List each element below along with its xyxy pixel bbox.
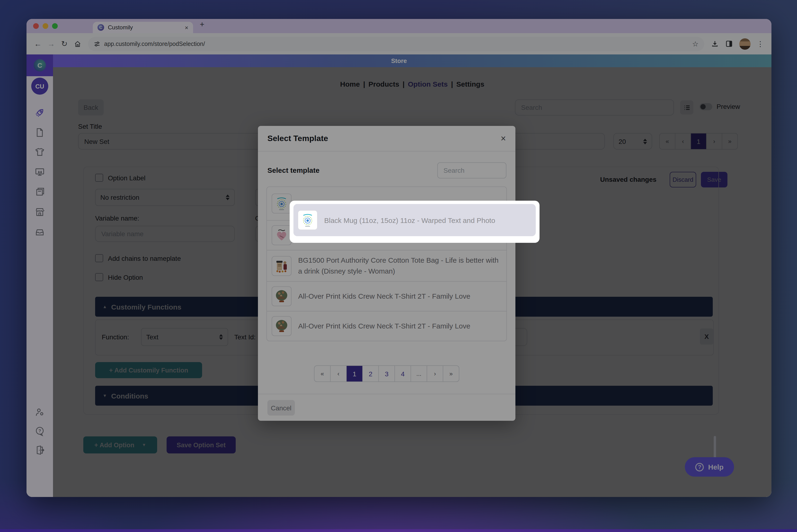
tab-strip: C Customily × +: [26, 19, 772, 33]
template-search-input[interactable]: [437, 162, 507, 178]
next-page-button[interactable]: ›: [426, 366, 443, 381]
tab-close-icon[interactable]: ×: [185, 24, 188, 31]
inbox-icon[interactable]: [35, 227, 45, 237]
design-monitor-icon[interactable]: [35, 167, 45, 177]
template-title: All-Over Print Kids Crew Neck T-Shirt 2T…: [298, 321, 470, 331]
file-icon[interactable]: [35, 127, 45, 138]
help-label: Help: [708, 463, 723, 471]
modal-title: Select Template: [267, 134, 501, 143]
page-viewport: Store C CU ? Home|Product: [26, 54, 772, 497]
site-settings-icon[interactable]: [94, 40, 100, 47]
scrollbar-thumb[interactable]: [714, 436, 716, 460]
minimize-window-button[interactable]: [43, 23, 48, 29]
template-thumbnail: [298, 210, 318, 230]
bookmark-star-icon[interactable]: ☆: [692, 39, 699, 48]
url-bar[interactable]: app.customily.com/store/podSelection/ ☆: [88, 37, 704, 51]
prev-page-button[interactable]: ‹: [330, 366, 346, 381]
select-template-modal: Select Template × Select template Black …: [258, 126, 515, 421]
download-icon[interactable]: [711, 40, 719, 48]
svg-text:?: ?: [38, 428, 41, 433]
maximize-window-button[interactable]: [52, 23, 58, 29]
side-panel-icon[interactable]: [725, 40, 733, 48]
template-thumbnail: [272, 256, 291, 276]
store-header-bar: Store: [26, 54, 772, 67]
rocket-icon[interactable]: [35, 108, 45, 118]
tab-title: Customily: [108, 24, 181, 31]
page-1-button[interactable]: 1: [346, 366, 362, 381]
tshirt-icon[interactable]: [35, 147, 45, 157]
template-thumbnail: [272, 286, 291, 306]
page-2-button[interactable]: 2: [362, 366, 378, 381]
close-window-button[interactable]: [33, 23, 39, 29]
help-bubble-icon[interactable]: ?: [35, 426, 45, 436]
cancel-button[interactable]: Cancel: [267, 400, 295, 416]
home-icon[interactable]: [71, 39, 84, 48]
app-logo-block: C: [26, 54, 53, 76]
close-icon[interactable]: ×: [501, 133, 506, 144]
help-button[interactable]: ? Help: [685, 457, 734, 477]
modal-pagination: « ‹ 1 2 3 4 ... › »: [314, 365, 459, 382]
window-controls: [33, 23, 58, 29]
customily-logo-icon: C: [34, 59, 46, 72]
toolbar-right: ⋮: [708, 38, 767, 50]
modal-header: Select Template ×: [258, 126, 515, 151]
template-thumbnail: [272, 316, 291, 336]
pages-icon[interactable]: [35, 187, 45, 197]
template-list-item[interactable]: BG1500 Port Authority Core Cotton Tote B…: [267, 250, 507, 281]
last-page-button[interactable]: »: [443, 366, 459, 381]
profile-avatar[interactable]: [739, 38, 751, 50]
modal-footer: Cancel: [258, 394, 515, 421]
page-3-button[interactable]: 3: [378, 366, 395, 381]
browser-window: C Customily × + ← → ↻ app.customily.com/…: [26, 19, 772, 497]
store-avatar[interactable]: CU: [31, 78, 48, 95]
highlighted-template-title: Black Mug (11oz, 15oz) 11oz - Warped Tex…: [324, 216, 495, 224]
template-list-item[interactable]: All-Over Print Kids Crew Neck T-Shirt 2T…: [267, 311, 507, 341]
back-icon[interactable]: ←: [31, 39, 44, 48]
question-mark-icon: ?: [695, 463, 704, 471]
customily-favicon-icon: C: [97, 24, 104, 31]
store-title: Store: [391, 57, 407, 64]
store-icon[interactable]: [35, 207, 45, 217]
forward-icon[interactable]: →: [44, 39, 58, 48]
highlighted-template-item[interactable]: Black Mug (11oz, 15oz) 11oz - Warped Tex…: [293, 204, 536, 236]
browser-menu-icon[interactable]: ⋮: [757, 39, 764, 48]
template-thumbnail: [272, 225, 291, 245]
new-tab-button[interactable]: +: [200, 20, 205, 29]
desktop-glow-line: [0, 529, 797, 532]
screenshot-stage: C Customily × + ← → ↻ app.customily.com/…: [0, 0, 797, 532]
spotlight-highlight: Black Mug (11oz, 15oz) 11oz - Warped Tex…: [290, 201, 539, 243]
browser-tab[interactable]: C Customily ×: [93, 22, 193, 33]
sidebar: CU ?: [26, 76, 53, 497]
url-text[interactable]: app.customily.com/store/podSelection/: [104, 40, 688, 47]
first-page-button[interactable]: «: [315, 366, 330, 381]
logout-icon[interactable]: [35, 445, 45, 455]
browser-toolbar: ← → ↻ app.customily.com/store/podSelecti…: [26, 33, 772, 54]
ellipsis-pages-button[interactable]: ...: [411, 366, 426, 381]
reload-icon[interactable]: ↻: [58, 39, 71, 48]
template-thumbnail: [272, 194, 291, 213]
select-template-label: Select template: [267, 166, 320, 174]
account-settings-icon[interactable]: [35, 407, 45, 417]
template-title: BG1500 Port Authority Core Cotton Tote B…: [298, 255, 502, 277]
template-title: All-Over Print Kids Crew Neck T-Shirt 2T…: [298, 291, 470, 302]
template-list-item[interactable]: All-Over Print Kids Crew Neck T-Shirt 2T…: [267, 281, 507, 311]
page-4-button[interactable]: 4: [395, 366, 411, 381]
